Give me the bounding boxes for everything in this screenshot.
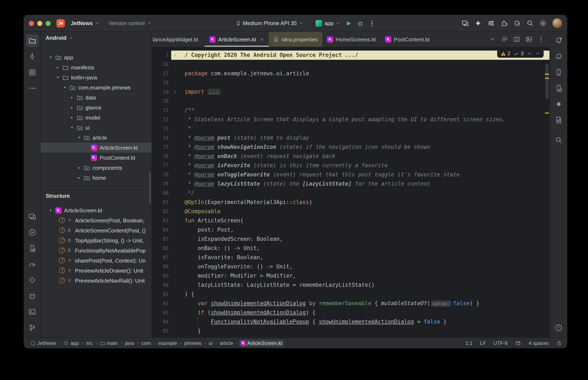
- tree-chevron-icon[interactable]: ▸: [76, 176, 82, 180]
- line-number[interactable]: 79: [152, 179, 169, 189]
- tree-item-ArticleScreen.kt[interactable]: KArticleScreen.kt: [41, 143, 151, 152]
- close-window-button[interactable]: [29, 21, 34, 26]
- gradle-icon[interactable]: [552, 50, 565, 63]
- tree-chevron-icon[interactable]: ▸: [76, 166, 82, 170]
- code-line-79[interactable]: 79 * @param lazyListState (state) the [L…: [152, 179, 549, 189]
- commit-icon[interactable]: [26, 50, 38, 63]
- code-line-72[interactable]: 72 * Stateless Article Screen that displ…: [152, 115, 549, 124]
- breadcrumb-JetNews[interactable]: JetNews: [29, 339, 58, 347]
- warning-stripe-mark[interactable]: [545, 74, 549, 75]
- line-number[interactable]: 88: [152, 262, 169, 271]
- tree-chevron-icon[interactable]: ▾: [61, 85, 68, 90]
- status-widget-icon[interactable]: [515, 340, 521, 346]
- line-number[interactable]: 94: [152, 317, 169, 326]
- split-view-icon[interactable]: [513, 36, 520, 43]
- chevron-down-icon[interactable]: [489, 36, 496, 43]
- line-number[interactable]: 84: [152, 225, 169, 234]
- build-variants-icon[interactable]: [487, 20, 495, 27]
- tree-item-manifests[interactable]: ▸manifests: [41, 62, 151, 72]
- run-button[interactable]: [343, 19, 354, 28]
- code-line-83[interactable]: 83fun ArticleScreen(: [152, 216, 549, 225]
- tree-item-app[interactable]: ▾app: [41, 52, 151, 62]
- warning-stripe-mark[interactable]: [545, 78, 549, 79]
- line-number[interactable]: 86: [152, 244, 169, 253]
- tree-item-components[interactable]: ▸components: [41, 163, 151, 173]
- resource-manager-icon[interactable]: [26, 66, 38, 79]
- project-icon[interactable]: [26, 34, 38, 47]
- code-line-1[interactable]: 1/ Copyright 2020 The Android Open Sourc…: [152, 51, 549, 60]
- previous-problem-button[interactable]: [527, 51, 532, 56]
- fold-arrow-icon[interactable]: [172, 51, 179, 60]
- editor-tab-ArticleScreen.kt[interactable]: KArticleScreen.kt: [205, 32, 269, 47]
- find-icon[interactable]: [552, 134, 565, 146]
- line-number[interactable]: 95: [152, 326, 169, 336]
- tree-chevron-icon[interactable]: ▾: [76, 135, 82, 140]
- tree-chevron-icon[interactable]: ▸: [69, 105, 75, 110]
- tree-chevron-icon[interactable]: ▾: [69, 125, 75, 130]
- code-line-71[interactable]: 71/**: [152, 106, 549, 115]
- breadcrumb-jetnews[interactable]: jetnews: [183, 339, 203, 347]
- tree-chevron-icon[interactable]: ▾: [47, 55, 54, 59]
- code-line-70[interactable]: 70: [152, 96, 549, 106]
- vcs-widget[interactable]: Version control: [106, 19, 154, 28]
- structure-item[interactable]: fArticleScreenContent(Post, (): [41, 225, 151, 235]
- line-number[interactable]: 82: [152, 207, 169, 216]
- code-line-94[interactable]: 94 FunctionalityNotAvailablePopup { show…: [152, 317, 549, 326]
- app-quality-insights-icon[interactable]: [552, 114, 565, 126]
- notifications-icon[interactable]: [552, 34, 565, 47]
- code-line-76[interactable]: 76 * @param onBack (event) request navig…: [152, 152, 549, 161]
- line-number[interactable]: 90: [152, 281, 169, 290]
- line-number[interactable]: 19: [152, 87, 169, 96]
- fold-arrow-icon[interactable]: [172, 87, 179, 96]
- zoom-window-button[interactable]: [46, 21, 51, 26]
- code-line-85[interactable]: 85 isExpandedScreen: Boolean,: [152, 234, 549, 244]
- tree-item-com.example.jetnews[interactable]: ▾com.example.jetnews: [41, 82, 151, 92]
- tree-chevron-icon[interactable]: ▸: [69, 115, 75, 120]
- line-number[interactable]: 75: [152, 143, 169, 152]
- device-manager-icon[interactable]: [552, 82, 565, 95]
- line-number[interactable]: 17: [152, 69, 169, 78]
- code-line-88[interactable]: 88 onToggleFavorite: () -> Unit,: [152, 262, 549, 271]
- structure-root-ArticleScreen.kt[interactable]: ▾KArticleScreen.kt: [41, 205, 151, 215]
- code-line-95[interactable]: 95 }: [152, 326, 549, 336]
- breadcrumb-com[interactable]: com: [140, 339, 153, 347]
- tree-item-kotlin+java[interactable]: ▾kotlin+java: [41, 72, 151, 82]
- line-separator-widget[interactable]: LF: [480, 340, 486, 346]
- breadcrumb-ui[interactable]: ui: [207, 339, 214, 347]
- caret-position-widget[interactable]: 1:1: [466, 340, 472, 346]
- tree-chevron-icon[interactable]: ▸: [69, 95, 75, 99]
- tree-chevron-icon[interactable]: ▾: [54, 75, 61, 79]
- minimize-window-button[interactable]: [37, 21, 42, 26]
- breadcrumb-src[interactable]: src: [84, 339, 94, 347]
- code-line-89[interactable]: 89 modifier: Modifier = Modifier,: [152, 271, 549, 281]
- code-line-77[interactable]: 77 * @param isFavorite (state) is this i…: [152, 161, 549, 170]
- line-number[interactable]: 91: [152, 290, 169, 299]
- line-number[interactable]: 18: [152, 78, 169, 87]
- structure-item[interactable]: fPreviewArticleDrawer(): Unit: [41, 266, 151, 275]
- more-tools-icon[interactable]: [26, 82, 38, 95]
- tree-item-data[interactable]: ▸data: [41, 92, 151, 102]
- line-number[interactable]: 81: [152, 198, 169, 207]
- editor-tab-lanceAppWidget.kt[interactable]: lanceAppWidget.kt: [152, 32, 205, 47]
- device-selector[interactable]: Medium Phone API 35: [234, 19, 306, 28]
- line-number[interactable]: 83: [152, 216, 169, 225]
- editor-scrollbar[interactable]: [545, 64, 549, 99]
- structure-item[interactable]: fsharePost(Post, Context): Un: [41, 255, 151, 266]
- code-line-93[interactable]: 93 if (showUnimplementedActionDialog) {: [152, 308, 549, 317]
- structure-item[interactable]: fPreviewArticleNavRail(): Unit: [41, 275, 151, 285]
- line-number[interactable]: 70: [152, 96, 169, 106]
- code-line-86[interactable]: 86 onBack: () -> Unit,: [152, 244, 549, 253]
- code-line-17[interactable]: 17package com.example.jetnews.ui.article: [152, 69, 549, 78]
- line-number[interactable]: 92: [152, 299, 169, 308]
- line-number[interactable]: 87: [152, 253, 169, 262]
- more-run-options-button[interactable]: [366, 19, 378, 28]
- version-control-icon[interactable]: [26, 322, 38, 334]
- code-line-18[interactable]: 18: [152, 78, 549, 87]
- breadcrumb-ArticleScreen.kt[interactable]: KArticleScreen.kt: [239, 339, 284, 347]
- tree-item-model[interactable]: ▸model: [41, 113, 151, 122]
- device-manager-icon[interactable]: [26, 242, 38, 255]
- breadcrumb-app[interactable]: app: [62, 339, 81, 347]
- breadcrumb-example[interactable]: example: [157, 339, 179, 347]
- code-line-91[interactable]: 91) {: [152, 290, 549, 299]
- structure-item[interactable]: fArticleScreen(Post, Boolean,: [41, 215, 151, 225]
